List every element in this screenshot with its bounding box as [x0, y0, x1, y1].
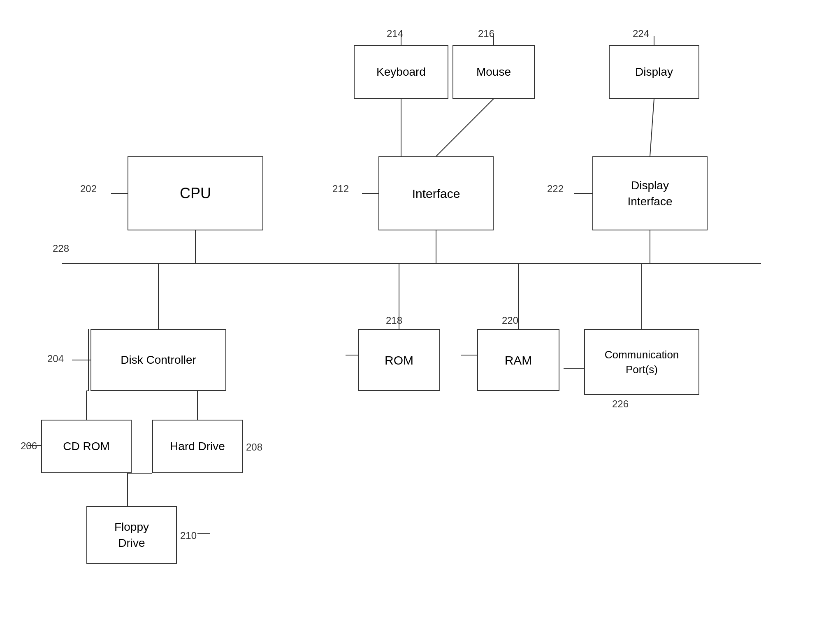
cpu-label: CPU: [180, 184, 211, 203]
ref-202: 202: [80, 183, 97, 195]
rom-box: ROM: [358, 329, 440, 391]
keyboard-label: Keyboard: [376, 65, 426, 79]
hard-drive-box: Hard Drive: [152, 420, 243, 473]
ref-220: 220: [502, 315, 518, 326]
interface-box: Interface: [378, 156, 494, 230]
floppy-drive-label: FloppyDrive: [114, 519, 149, 551]
ref-206: 206: [21, 440, 37, 452]
mouse-label: Mouse: [476, 65, 511, 79]
ref-222: 222: [547, 183, 564, 195]
disk-controller-label: Disk Controller: [121, 353, 196, 367]
ref-204: 204: [47, 353, 64, 365]
ref-210: 210: [180, 530, 197, 541]
ref-224: 224: [633, 28, 649, 39]
display-box: Display: [609, 45, 699, 99]
cd-rom-label: CD ROM: [63, 439, 110, 454]
svg-line-9: [650, 99, 654, 156]
display-interface-box: DisplayInterface: [592, 156, 708, 230]
comm-ports-label: CommunicationPort(s): [605, 347, 679, 377]
ref-212: 212: [332, 183, 349, 195]
svg-line-7: [436, 99, 494, 156]
display-interface-label: DisplayInterface: [628, 177, 673, 209]
cd-rom-box: CD ROM: [41, 420, 132, 473]
hard-drive-label: Hard Drive: [170, 439, 225, 454]
ram-box: RAM: [477, 329, 559, 391]
comm-ports-box: CommunicationPort(s): [584, 329, 699, 395]
cpu-box: CPU: [128, 156, 263, 230]
ref-226: 226: [612, 398, 629, 410]
keyboard-box: Keyboard: [354, 45, 448, 99]
rom-label: ROM: [385, 352, 413, 368]
mouse-box: Mouse: [452, 45, 535, 99]
ref-216: 216: [478, 28, 494, 39]
ref-214: 214: [387, 28, 403, 39]
ref-208: 208: [246, 441, 262, 453]
disk-controller-box: Disk Controller: [90, 329, 226, 391]
display-label: Display: [635, 65, 673, 79]
ram-label: RAM: [505, 352, 532, 368]
ref-228: 228: [53, 243, 69, 254]
diagram-container: CPU Disk Controller CD ROM Hard Drive Fl…: [0, 0, 840, 618]
floppy-drive-box: FloppyDrive: [86, 506, 177, 564]
ref-218: 218: [386, 315, 402, 326]
interface-label: Interface: [412, 186, 460, 202]
